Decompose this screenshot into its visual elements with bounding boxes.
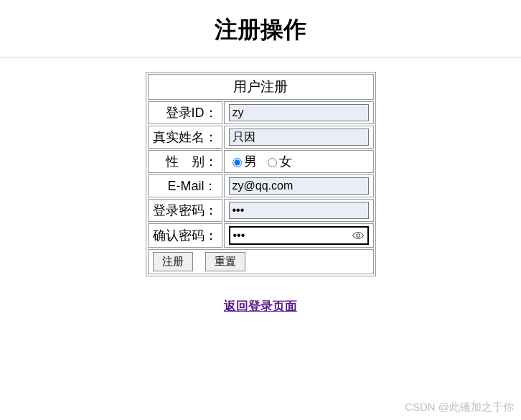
confirm-password-input[interactable] <box>229 226 369 245</box>
back-to-login-link[interactable]: 返回登录页面 <box>224 299 297 313</box>
gender-radio-group: 男 女 <box>229 153 369 170</box>
form-title: 用户注册 <box>148 74 374 100</box>
login-id-label: 登录ID： <box>148 101 222 124</box>
login-id-input[interactable] <box>229 104 369 121</box>
gender-female-option[interactable]: 女 <box>264 153 292 170</box>
eye-icon[interactable] <box>352 230 365 241</box>
password-input[interactable] <box>229 202 369 219</box>
gender-label: 性 别： <box>148 150 222 173</box>
gender-female-radio[interactable] <box>268 158 277 167</box>
page-heading: 注册操作 <box>0 14 521 46</box>
confirm-password-label: 确认密码： <box>148 223 222 248</box>
gender-male-radio[interactable] <box>233 158 242 167</box>
reset-button[interactable]: 重置 <box>205 252 245 271</box>
gender-male-option[interactable]: 男 <box>229 153 257 170</box>
email-input[interactable] <box>229 177 369 195</box>
button-row: 注册 重置 <box>148 249 374 274</box>
real-name-label: 真实姓名： <box>148 126 222 149</box>
email-label: E-Mail： <box>148 174 222 197</box>
submit-button[interactable]: 注册 <box>153 252 193 271</box>
svg-point-0 <box>356 234 360 238</box>
register-form: 用户注册 登录ID： 真实姓名： 性 别： <box>146 72 376 276</box>
gender-female-label: 女 <box>279 153 292 170</box>
gender-male-label: 男 <box>244 153 257 170</box>
password-label: 登录密码： <box>148 199 222 222</box>
form-table: 用户注册 登录ID： 真实姓名： 性 别： <box>146 72 376 276</box>
real-name-input[interactable] <box>229 129 369 146</box>
divider <box>0 57 521 57</box>
